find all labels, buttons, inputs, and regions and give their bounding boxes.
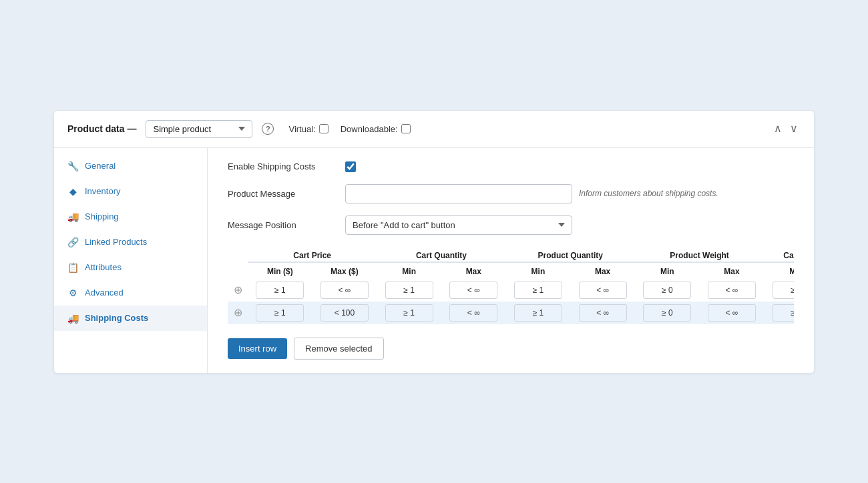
- sidebar-label-attributes: Attributes: [85, 262, 122, 272]
- sidebar-label-advanced: Advanced: [85, 288, 124, 298]
- downloadable-checkbox[interactable]: [401, 124, 411, 133]
- downloadable-label: Downloadable:: [341, 124, 398, 134]
- subheader-min-cart-qty: Min: [377, 262, 441, 279]
- sidebar-item-general[interactable]: 🔧 General: [54, 153, 207, 179]
- subheader-min-price: Min ($): [248, 262, 312, 279]
- message-position-label: Message Position: [228, 220, 335, 230]
- cell-min-price-1[interactable]: [256, 282, 304, 299]
- product-data-body: 🔧 General ◆ Inventory 🚚 Shipping 🔗 Linke…: [54, 148, 814, 373]
- cell-min-cart-w-2[interactable]: [773, 304, 794, 322]
- downloadable-checkbox-label[interactable]: Downloadable:: [341, 124, 411, 134]
- sidebar-label-shipping: Shipping: [85, 211, 119, 221]
- sidebar-label-general: General: [85, 161, 116, 171]
- cell-max-prod-qty-1[interactable]: [579, 282, 627, 299]
- product-data-header: Product data — Simple product ? Virtual:…: [54, 111, 814, 148]
- advanced-icon: ⚙: [67, 288, 78, 298]
- drag-handle-2[interactable]: ⊕: [231, 307, 245, 318]
- cell-max-cart-qty-2[interactable]: [449, 304, 497, 322]
- virtual-label: Virtual:: [288, 124, 315, 134]
- cell-min-cart-w-1[interactable]: [773, 282, 794, 299]
- message-position-select[interactable]: Before "Add to cart" buttonAfter "Add to…: [345, 215, 572, 235]
- insert-row-button[interactable]: Insert row: [228, 338, 287, 359]
- message-position-control: Before "Add to cart" buttonAfter "Add to…: [345, 215, 794, 235]
- cell-max-cart-qty-1[interactable]: [449, 282, 497, 299]
- sidebar-item-advanced[interactable]: ⚙ Advanced: [54, 280, 207, 306]
- cost-table: Cart Price Cart Quantity Product Quantit…: [228, 247, 794, 324]
- cell-min-prod-qty-1[interactable]: [514, 282, 562, 299]
- subheader-max-price: Max ($): [312, 262, 377, 279]
- product-data-sidebar: 🔧 General ◆ Inventory 🚚 Shipping 🔗 Linke…: [54, 148, 208, 373]
- collapse-up-button[interactable]: ∧: [771, 122, 785, 135]
- subheader-min-cart-w: Min: [764, 262, 794, 279]
- product-message-hint: Inform customers about shipping costs.: [579, 189, 718, 198]
- sidebar-item-attributes[interactable]: 📋 Attributes: [54, 255, 207, 280]
- section-product-quantity: Product Quantity: [506, 247, 635, 262]
- section-cart-w: Cart W: [764, 247, 794, 262]
- inventory-icon: ◆: [67, 186, 78, 197]
- sidebar-item-linked-products[interactable]: 🔗 Linked Products: [54, 229, 207, 255]
- virtual-checkbox[interactable]: [319, 124, 329, 133]
- product-type-select[interactable]: Simple product: [146, 120, 252, 138]
- header-checkboxes: Virtual: Downloadable:: [288, 124, 410, 134]
- cell-max-prod-qty-2[interactable]: [579, 304, 627, 322]
- shipping-costs-icon: 🚚: [67, 313, 78, 324]
- cell-max-price-1[interactable]: [320, 282, 369, 299]
- cell-min-cart-qty-1[interactable]: [385, 282, 433, 299]
- cell-max-prod-wt-1[interactable]: [708, 282, 756, 299]
- cell-min-price-2[interactable]: [256, 304, 304, 322]
- product-data-title: Product data —: [67, 123, 136, 134]
- general-icon: 🔧: [67, 161, 78, 171]
- subheader-min-prod-wt: Min: [635, 262, 700, 279]
- product-message-row: Product Message Inform customers about s…: [228, 184, 794, 203]
- enable-shipping-row: Enable Shipping Costs: [228, 161, 794, 172]
- linked-products-icon: 🔗: [67, 237, 78, 248]
- help-icon[interactable]: ?: [262, 123, 274, 135]
- section-cart-price: Cart Price: [248, 247, 377, 262]
- table-row: ⊕: [228, 302, 794, 324]
- remove-selected-button[interactable]: Remove selected: [294, 338, 383, 360]
- product-data-box: Product data — Simple product ? Virtual:…: [53, 110, 815, 374]
- table-row: ⊕: [228, 279, 794, 302]
- product-message-label: Product Message: [228, 189, 335, 199]
- cell-max-price-2[interactable]: [320, 304, 369, 322]
- cell-min-prod-wt-2[interactable]: [643, 304, 691, 322]
- subheader-max-cart-qty: Max: [441, 262, 506, 279]
- collapse-down-button[interactable]: ∨: [787, 122, 801, 135]
- header-arrows: ∧ ∨: [771, 122, 801, 135]
- sidebar-label-linked-products: Linked Products: [85, 237, 147, 247]
- enable-shipping-checkbox[interactable]: [345, 161, 356, 172]
- action-buttons: Insert row Remove selected: [228, 338, 794, 360]
- section-product-weight: Product Weight: [635, 247, 764, 262]
- product-message-input[interactable]: [345, 184, 572, 203]
- drag-handle-1[interactable]: ⊕: [231, 284, 245, 296]
- enable-shipping-label: Enable Shipping Costs: [228, 161, 335, 171]
- cost-table-wrapper: Cart Price Cart Quantity Product Quantit…: [228, 247, 794, 324]
- shipping-icon: 🚚: [67, 211, 78, 222]
- sidebar-item-inventory[interactable]: ◆ Inventory: [54, 179, 207, 204]
- attributes-icon: 📋: [67, 262, 78, 273]
- cell-max-prod-wt-2[interactable]: [708, 304, 756, 322]
- message-position-row: Message Position Before "Add to cart" bu…: [228, 215, 794, 235]
- virtual-checkbox-label[interactable]: Virtual:: [288, 124, 328, 134]
- cell-min-prod-wt-1[interactable]: [643, 282, 691, 299]
- subheader-max-prod-wt: Max: [700, 262, 765, 279]
- enable-shipping-control: [345, 161, 794, 172]
- cell-min-cart-qty-2[interactable]: [385, 304, 433, 322]
- section-cart-quantity: Cart Quantity: [377, 247, 505, 262]
- sidebar-label-inventory: Inventory: [85, 186, 120, 196]
- sidebar-item-shipping[interactable]: 🚚 Shipping: [54, 204, 207, 229]
- cell-min-prod-qty-2[interactable]: [514, 304, 562, 322]
- subheader-min-prod-qty: Min: [506, 262, 571, 279]
- sidebar-label-shipping-costs: Shipping Costs: [85, 313, 148, 323]
- subheader-max-prod-qty: Max: [570, 262, 635, 279]
- product-data-main: Enable Shipping Costs Product Message In…: [208, 148, 814, 373]
- product-message-control: Inform customers about shipping costs.: [345, 184, 794, 203]
- sidebar-item-shipping-costs[interactable]: 🚚 Shipping Costs: [54, 306, 207, 331]
